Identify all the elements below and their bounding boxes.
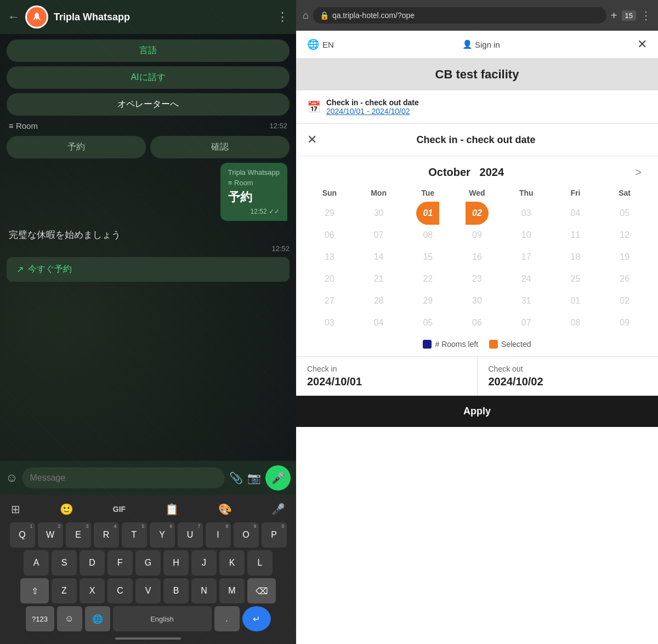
mic-button[interactable]: 🎤 xyxy=(265,465,291,491)
cal-cell-11[interactable]: 11 xyxy=(551,225,600,246)
key-q[interactable]: 1Q xyxy=(10,522,35,548)
attach-icon[interactable]: 📎 xyxy=(229,471,243,485)
browser-more-icon[interactable]: ⋮ xyxy=(640,9,651,22)
cal-cell-24[interactable]: 24 xyxy=(502,269,551,289)
key-a[interactable]: A xyxy=(24,550,49,575)
cal-cell-30[interactable]: 30 xyxy=(354,203,404,224)
next-month-button[interactable]: > xyxy=(629,164,647,181)
cal-cell-13[interactable]: 13 xyxy=(305,247,354,267)
cal-cell-29[interactable]: 29 xyxy=(305,203,354,224)
browser-home-icon[interactable]: ⌂ xyxy=(303,10,309,21)
reservation-button[interactable]: 予約 xyxy=(7,136,146,158)
cal-cell-n04[interactable]: 04 xyxy=(354,312,404,333)
close-button[interactable]: ✕ xyxy=(637,37,647,52)
cal-cell-17[interactable]: 17 xyxy=(502,247,551,267)
language-selector[interactable]: 🌐 EN xyxy=(307,38,334,50)
cal-cell-25[interactable]: 25 xyxy=(551,269,600,289)
key-m[interactable]: M xyxy=(219,578,245,603)
key-g[interactable]: G xyxy=(135,550,161,575)
keyboard-palette-icon[interactable]: 🎨 xyxy=(214,500,236,518)
key-j[interactable]: J xyxy=(191,550,217,575)
key-x[interactable]: X xyxy=(80,578,105,603)
url-bar[interactable]: 🔒 qa.tripla-hotel.com/?ope xyxy=(313,7,606,24)
ai-talk-button[interactable]: AIに話す xyxy=(7,66,290,89)
keyboard-grid-icon[interactable]: ⊞ xyxy=(7,500,25,518)
cal-cell-30b[interactable]: 30 xyxy=(452,290,502,311)
cal-cell-02[interactable]: 02 xyxy=(452,203,502,224)
keyboard-sticker-icon[interactable]: 🙂 xyxy=(55,500,78,518)
key-s[interactable]: S xyxy=(52,550,77,575)
new-tab-icon[interactable]: + xyxy=(611,9,617,22)
cal-cell-n02[interactable]: 02 xyxy=(600,290,649,311)
cal-cell-28[interactable]: 28 xyxy=(354,290,404,311)
keyboard-clipboard-icon[interactable]: 📋 xyxy=(161,500,183,518)
key-p[interactable]: 0P xyxy=(262,522,287,548)
sign-in-button[interactable]: 👤 Sign in xyxy=(462,39,500,49)
emoji-key[interactable]: ☺ xyxy=(57,606,82,631)
cal-cell-12[interactable]: 12 xyxy=(600,225,649,246)
key-l[interactable]: L xyxy=(247,550,273,575)
enter-key[interactable]: ↵ xyxy=(242,606,271,631)
cal-cell-16[interactable]: 16 xyxy=(452,247,502,267)
cal-cell-18[interactable]: 18 xyxy=(551,247,600,267)
num-key[interactable]: ?123 xyxy=(26,606,54,631)
book-now-button[interactable]: ↗ 今すぐ予約 xyxy=(7,257,290,282)
emoji-icon[interactable]: ☺ xyxy=(5,471,18,485)
key-d[interactable]: D xyxy=(80,550,105,575)
key-y[interactable]: 6Y xyxy=(150,522,175,548)
date-section[interactable]: 📅 Check in - check out date 2024/10/01 -… xyxy=(296,90,658,124)
cal-cell-23[interactable]: 23 xyxy=(452,269,502,289)
cal-cell-21[interactable]: 21 xyxy=(354,269,404,289)
cal-cell-09[interactable]: 09 xyxy=(452,225,502,246)
keyboard-mic-icon[interactable]: 🎤 xyxy=(267,500,290,518)
cal-cell-29b[interactable]: 29 xyxy=(403,290,452,311)
key-u[interactable]: 7U xyxy=(178,522,203,548)
key-o[interactable]: 9O xyxy=(234,522,259,548)
cal-cell-31[interactable]: 31 xyxy=(502,290,551,311)
cal-cell-04[interactable]: 04 xyxy=(551,203,600,224)
shift-key[interactable]: ⇧ xyxy=(20,578,49,603)
key-t[interactable]: 5T xyxy=(122,522,147,548)
modal-close-button[interactable]: ✕ xyxy=(307,133,317,147)
cal-cell-n03[interactable]: 03 xyxy=(305,312,354,333)
message-input[interactable] xyxy=(22,468,225,488)
cal-cell-n09[interactable]: 09 xyxy=(600,312,649,333)
back-icon[interactable]: ← xyxy=(8,10,20,24)
key-r[interactable]: 4R xyxy=(94,522,119,548)
cal-cell-n01[interactable]: 01 xyxy=(551,290,600,311)
language-button[interactable]: 言語 xyxy=(7,39,290,62)
keyboard-gif-label[interactable]: GIF xyxy=(109,503,130,516)
cal-cell-05[interactable]: 05 xyxy=(600,203,649,224)
cal-cell-26[interactable]: 26 xyxy=(600,269,649,289)
globe-key[interactable]: 🌐 xyxy=(85,606,110,631)
more-icon[interactable]: ⋮ xyxy=(276,10,288,24)
key-c[interactable]: C xyxy=(107,578,133,603)
key-f[interactable]: F xyxy=(107,550,133,575)
cal-cell-22[interactable]: 22 xyxy=(403,269,452,289)
cal-cell-n07[interactable]: 07 xyxy=(502,312,551,333)
key-k[interactable]: K xyxy=(219,550,245,575)
cal-cell-07[interactable]: 07 xyxy=(354,225,404,246)
key-n[interactable]: N xyxy=(191,578,217,603)
cal-cell-06[interactable]: 06 xyxy=(305,225,354,246)
cal-cell-n06[interactable]: 06 xyxy=(452,312,502,333)
cal-cell-19[interactable]: 19 xyxy=(600,247,649,267)
cal-cell-n05[interactable]: 05 xyxy=(403,312,452,333)
cal-cell-01[interactable]: 01 xyxy=(403,203,452,224)
key-v[interactable]: V xyxy=(135,578,161,603)
cal-cell-15[interactable]: 15 xyxy=(403,247,452,267)
key-i[interactable]: 8I xyxy=(206,522,231,548)
cal-cell-03[interactable]: 03 xyxy=(502,203,551,224)
dot-key[interactable]: . xyxy=(214,606,240,631)
cal-cell-10[interactable]: 10 xyxy=(502,225,551,246)
cal-cell-27[interactable]: 27 xyxy=(305,290,354,311)
key-b[interactable]: B xyxy=(163,578,189,603)
delete-key[interactable]: ⌫ xyxy=(247,578,276,603)
cal-cell-n08[interactable]: 08 xyxy=(551,312,600,333)
cal-cell-14[interactable]: 14 xyxy=(354,247,404,267)
key-z[interactable]: Z xyxy=(52,578,77,603)
apply-button[interactable]: Apply xyxy=(296,396,658,427)
key-e[interactable]: 3E xyxy=(66,522,91,548)
cal-cell-20[interactable]: 20 xyxy=(305,269,354,289)
key-w[interactable]: 2W xyxy=(38,522,63,548)
